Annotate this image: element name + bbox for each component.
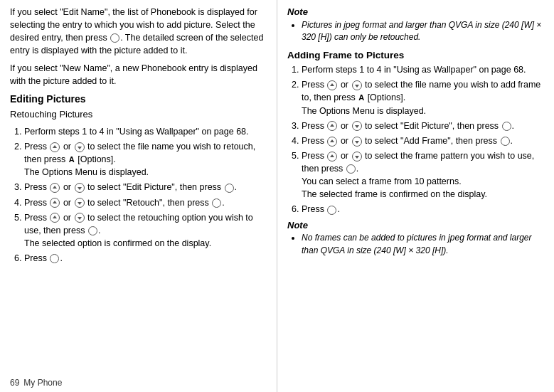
circle-icon	[88, 226, 97, 235]
nav-down-icon	[352, 137, 362, 147]
circle-icon	[110, 33, 119, 43]
intro-paragraph: If you select "Edit Name", the list of P…	[10, 6, 267, 58]
right-column: Note Pictures in jpeg format and larger …	[277, 0, 554, 392]
nav-down-icon	[352, 121, 362, 131]
nav-down-icon	[75, 142, 85, 152]
left-column: If you select "Edit Name", the list of P…	[0, 0, 277, 392]
note-block-1: Note Pictures in jpeg format and larger …	[287, 6, 544, 44]
nav-down-icon	[75, 198, 85, 208]
nav-up-icon	[50, 183, 60, 193]
circle-icon	[225, 184, 234, 193]
step-2: Press or to select the file name you wis…	[24, 140, 267, 179]
page-label: My Phone	[23, 377, 62, 389]
note-list-2: No frames can be added to pictures in jp…	[287, 232, 544, 257]
nav-down-icon	[75, 213, 85, 223]
nav-up-icon	[50, 142, 60, 152]
intro-paragraph2: If you select "New Name", a new Phoneboo…	[10, 62, 267, 88]
note-item-2: No frames can be added to pictures in jp…	[302, 232, 544, 257]
note-title-2: Note	[287, 219, 544, 233]
page: If you select "Edit Name", the list of P…	[0, 0, 554, 392]
step-3: Press or to select "Edit Picture", then …	[24, 181, 267, 194]
circle-icon	[502, 122, 511, 131]
footer: 69 My Phone	[0, 374, 277, 392]
note-item-1: Pictures in jpeg format and larger than …	[302, 19, 544, 44]
nav-up-icon	[50, 198, 60, 208]
a-key: A	[69, 154, 75, 166]
step-1: Perform steps 1 to 4 in "Using as Wallpa…	[24, 125, 267, 138]
add-step-3: Press or to select "Edit Picture", then …	[302, 120, 544, 132]
nav-down-icon	[352, 152, 362, 161]
adding-steps: Perform steps 1 to 4 in "Using as Wallpa…	[287, 63, 544, 216]
circle-icon	[212, 198, 221, 208]
step-5: Press or to select the retouching option…	[24, 211, 267, 250]
retouching-heading: Retouching Pictures	[10, 108, 267, 122]
add-step-5: Press or to select the frame pattern you…	[302, 149, 544, 201]
step-6: Press .	[24, 252, 267, 265]
add-step-2: Press or to select the file name you wis…	[302, 78, 544, 117]
add-step-6: Press .	[302, 203, 544, 216]
circle-icon	[501, 137, 510, 146]
page-number: 69	[10, 377, 19, 389]
circle-icon	[327, 206, 336, 215]
nav-up-icon	[327, 121, 337, 131]
add-step-1: Perform steps 1 to 4 in "Using as Wallpa…	[302, 63, 544, 76]
step-4: Press or to select "Retouch", then press…	[24, 196, 267, 209]
add-step-4: Press or to select "Add Frame", then pre…	[302, 134, 544, 147]
nav-down-icon	[75, 183, 85, 193]
note-title-1: Note	[287, 6, 544, 19]
editing-heading: Editing Pictures	[10, 92, 267, 106]
adding-heading: Adding Frame to Pictures	[287, 48, 544, 63]
nav-up-icon	[327, 152, 337, 161]
nav-up-icon	[327, 80, 337, 90]
note-block-2: Note No frames can be added to pictures …	[287, 219, 544, 258]
note-list-1: Pictures in jpeg format and larger than …	[287, 19, 544, 44]
nav-up-icon	[50, 213, 60, 223]
nav-down-icon	[352, 80, 362, 90]
nav-up-icon	[327, 137, 337, 147]
retouching-steps: Perform steps 1 to 4 in "Using as Wallpa…	[10, 125, 267, 265]
a-key: A	[358, 92, 364, 104]
circle-icon	[346, 164, 356, 174]
circle-icon	[50, 254, 59, 263]
